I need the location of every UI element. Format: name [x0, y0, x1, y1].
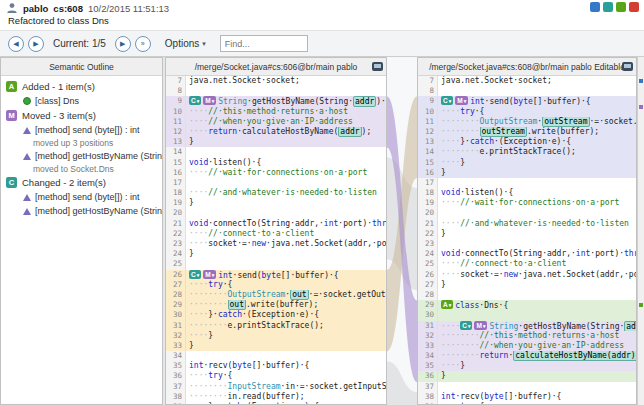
blue-app-icon-icon[interactable] — [590, 2, 600, 12]
code-line[interactable]: ········return·calculateHostByName(addr)… — [438, 351, 636, 361]
code-line[interactable]: ····}·catch·(Exception·e)·{ — [438, 137, 636, 147]
code-editor[interactable]: java.net.Socket·socket;CMString·getHostB… — [186, 76, 386, 404]
code-line[interactable]: int·recv(byte[]·buffer)·{ — [438, 392, 636, 402]
code-line[interactable]: void·connectTo(String·addr,·int·port)·th… — [438, 249, 636, 259]
code-line[interactable]: ····socket·=·new·java.net.Socket(addr,·p… — [438, 270, 636, 280]
change-badge-C[interactable]: C — [189, 96, 201, 105]
code-line[interactable] — [186, 178, 386, 188]
code-line[interactable] — [186, 86, 386, 96]
code-line[interactable]: ····return·calculateHostByName(addr); — [186, 127, 386, 137]
play-all-button[interactable]: » — [135, 36, 151, 52]
screen-icon[interactable] — [372, 62, 383, 71]
code-token: catch — [470, 137, 494, 146]
code-line[interactable]: java.net.Socket·socket; — [438, 76, 636, 86]
code-line[interactable]: ········OutputStream·out·=·socket.getOut… — [186, 290, 386, 300]
code-line[interactable]: ····} — [186, 331, 386, 341]
code-line[interactable]: } — [186, 137, 386, 147]
outline-item[interactable]: [method] send (byte[]) : int — [1, 190, 162, 204]
change-badge-A[interactable]: A — [441, 300, 453, 309]
code-line[interactable]: ········//·when·you·give·an·IP·address — [438, 341, 636, 351]
code-line[interactable]: ····try·{ — [186, 280, 386, 290]
code-line[interactable]: } — [186, 341, 386, 351]
code-line[interactable]: ····//·and·whatever·is·needed·to·listen — [186, 188, 386, 198]
code-line[interactable]: ····} — [438, 361, 636, 371]
code-line[interactable]: } — [438, 371, 636, 381]
code-line[interactable]: ····//·wait·for·connections·on·a·port — [186, 168, 386, 178]
change-badge-M[interactable]: M — [455, 96, 468, 105]
code-line[interactable]: } — [186, 249, 386, 259]
code-line[interactable] — [438, 178, 636, 188]
code-line[interactable]: int·recv(byte[]·buffer)·{ — [186, 361, 386, 371]
code-line[interactable]: ····//·wait·for·connections·on·a·port — [438, 198, 636, 208]
code-line[interactable] — [438, 290, 636, 300]
change-badge-M[interactable]: M — [203, 96, 216, 105]
code-line[interactable]: void·listen()·{ — [186, 158, 386, 168]
code-line[interactable]: ····//·connect·to·a·client — [186, 229, 386, 239]
code-line[interactable]: ········InputStream·in·=·socket.getInput… — [186, 382, 386, 392]
outline-item[interactable]: [class] Dns — [1, 94, 162, 108]
play-button[interactable]: ▶ — [115, 36, 131, 52]
code-line[interactable]: ········outStream.write(buffer); — [438, 127, 636, 137]
code-line[interactable] — [186, 351, 386, 361]
code-line[interactable]: ····CMString·getHostByName(String·addr)·… — [438, 321, 636, 331]
code-line[interactable] — [438, 239, 636, 249]
code-line[interactable] — [438, 208, 636, 218]
code-line[interactable]: ····} — [438, 158, 636, 168]
code-line[interactable]: } — [438, 168, 636, 178]
overview-scrollbar[interactable] — [637, 57, 644, 405]
code-line[interactable]: java.net.Socket·socket; — [186, 76, 386, 86]
green-app-icon-icon[interactable] — [616, 2, 626, 12]
code-line[interactable]: ········//·this·method·returns·a·host — [438, 331, 636, 341]
code-line[interactable]: } — [438, 229, 636, 239]
navigation-toolbar: ◀ ▶ Current: 1/5 ▶ » Options ▾ — [0, 30, 644, 57]
code-line[interactable] — [438, 86, 636, 96]
change-badge-M[interactable]: M — [474, 321, 487, 330]
previous-change-button[interactable]: ◀ — [8, 36, 24, 52]
screen-icon[interactable] — [622, 62, 633, 71]
outline-group-A[interactable]: AAdded - 1 item(s) — [1, 79, 162, 94]
code-line[interactable]: } — [186, 198, 386, 208]
outline-item[interactable]: [method] getHostByName (String) : S — [1, 149, 162, 163]
code-line[interactable]: ········OutputStream·outStream·=·socket.… — [438, 117, 636, 127]
outline-item[interactable]: [method] getHostByName (String) : S — [1, 204, 162, 218]
code-line[interactable]: ····}·catch·(Exception·e)·{ — [186, 402, 386, 404]
code-line[interactable]: ····//·connect·to·a·client — [438, 259, 636, 269]
code-line[interactable]: ····try·{ — [438, 107, 636, 117]
code-line[interactable]: CMint·send(byte[]·buffer)·{ — [438, 96, 636, 106]
code-line[interactable]: ····}·catch·(Exception·e)·{ — [186, 310, 386, 320]
outline-group-M[interactable]: MMoved - 3 item(s) — [1, 108, 162, 123]
code-editor[interactable]: java.net.Socket·socket;CMint·send(byte[]… — [438, 76, 636, 404]
code-line[interactable]: ····socket·=·new·java.net.Socket(addr,·p… — [186, 239, 386, 249]
teal-app-icon-icon[interactable] — [603, 2, 613, 12]
code-line[interactable] — [186, 259, 386, 269]
code-line[interactable]: Aclass·Dns·{ — [438, 300, 636, 310]
code-line[interactable]: ········out.write(buffer); — [186, 300, 386, 310]
code-line[interactable]: ········e.printStackTrace(); — [438, 147, 636, 157]
code-line[interactable]: ····//·and·whatever·is·needed·to·listen — [438, 219, 636, 229]
red-app-icon-icon[interactable] — [629, 2, 639, 12]
code-line[interactable] — [438, 310, 636, 320]
change-badge-C[interactable]: C — [460, 321, 472, 330]
code-line[interactable] — [186, 147, 386, 157]
next-change-button[interactable]: ▶ — [28, 36, 44, 52]
change-badge-M[interactable]: M — [203, 270, 216, 279]
code-line[interactable]: } — [438, 280, 636, 290]
outline-group-C[interactable]: CChanged - 2 item(s) — [1, 175, 162, 190]
change-badge-C[interactable]: C — [441, 96, 453, 105]
code-line[interactable]: ····//·this·method·returns·a·host — [186, 107, 386, 117]
code-line[interactable] — [186, 208, 386, 218]
code-line[interactable]: ····try·{ — [438, 402, 636, 404]
code-line[interactable]: CMint·send(byte[]·buffer)·{ — [186, 270, 386, 280]
code-line[interactable]: CMString·getHostByName(String·addr)·{ — [186, 96, 386, 106]
code-line[interactable]: ········in.read(buffer); — [186, 392, 386, 402]
code-line[interactable]: void·listen()·{ — [438, 188, 636, 198]
code-line[interactable]: void·connectTo(String·addr,·int·port)·th… — [186, 219, 386, 229]
code-line[interactable]: ········e.printStackTrace(); — [186, 321, 386, 331]
code-line[interactable]: ····//·when·you·give·an·IP·address — [186, 117, 386, 127]
outline-item[interactable]: [method] send (byte[]) : int — [1, 123, 162, 137]
code-line[interactable]: ····try·{ — [186, 371, 386, 381]
find-input[interactable] — [220, 35, 308, 52]
change-badge-C[interactable]: C — [189, 270, 201, 279]
options-button[interactable]: Options ▾ — [165, 38, 206, 49]
code-line[interactable] — [438, 382, 636, 392]
